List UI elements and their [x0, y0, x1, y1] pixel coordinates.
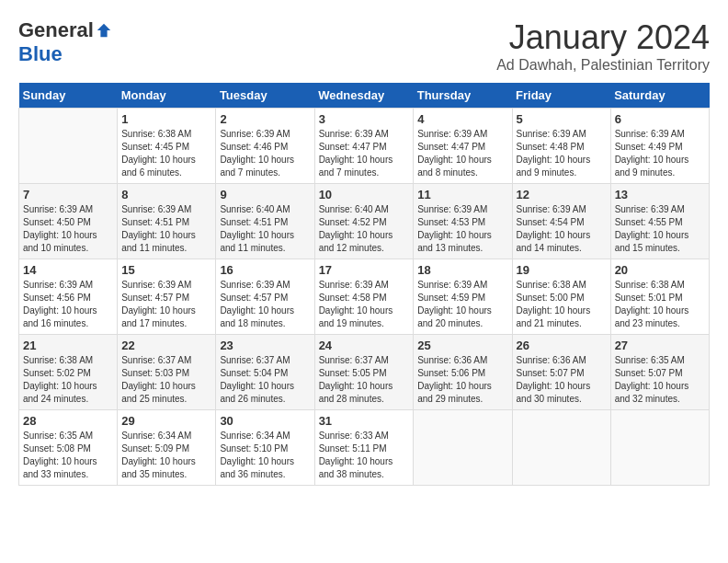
calendar-cell: 16Sunrise: 6:39 AMSunset: 4:57 PMDayligh… [216, 259, 314, 335]
day-info: Sunrise: 6:40 AMSunset: 4:51 PMDaylight:… [220, 203, 310, 255]
calendar-cell: 25Sunrise: 6:36 AMSunset: 5:06 PMDayligh… [414, 335, 512, 410]
logo-icon [96, 22, 112, 39]
day-info: Sunrise: 6:34 AMSunset: 5:09 PMDaylight:… [121, 430, 211, 481]
day-info: Sunrise: 6:33 AMSunset: 5:11 PMDaylight:… [319, 430, 410, 481]
day-info: Sunrise: 6:39 AMSunset: 4:56 PMDaylight:… [23, 279, 113, 330]
svg-marker-0 [97, 24, 110, 37]
calendar-week-row: 14Sunrise: 6:39 AMSunset: 4:56 PMDayligh… [19, 259, 710, 335]
day-info: Sunrise: 6:37 AMSunset: 5:03 PMDaylight:… [121, 354, 211, 406]
calendar-cell: 22Sunrise: 6:37 AMSunset: 5:03 PMDayligh… [118, 335, 216, 410]
calendar-cell: 26Sunrise: 6:36 AMSunset: 5:07 PMDayligh… [512, 335, 610, 410]
header-day: Tuesday [216, 83, 314, 109]
day-number: 23 [220, 339, 310, 352]
calendar-table: SundayMondayTuesdayWednesdayThursdayFrid… [18, 83, 710, 486]
calendar-week-row: 7Sunrise: 6:39 AMSunset: 4:50 PMDaylight… [19, 184, 710, 259]
header-day: Friday [512, 83, 610, 109]
day-number: 16 [220, 263, 310, 277]
day-info: Sunrise: 6:39 AMSunset: 4:59 PMDaylight:… [417, 279, 507, 330]
day-info: Sunrise: 6:39 AMSunset: 4:57 PMDaylight:… [121, 279, 211, 330]
calendar-cell: 11Sunrise: 6:39 AMSunset: 4:53 PMDayligh… [414, 184, 512, 259]
logo-general: General [18, 18, 94, 42]
calendar-cell: 7Sunrise: 6:39 AMSunset: 4:50 PMDaylight… [19, 184, 118, 259]
calendar-cell: 8Sunrise: 6:39 AMSunset: 4:51 PMDaylight… [118, 184, 216, 259]
day-number: 7 [23, 188, 113, 201]
day-number: 9 [220, 188, 310, 201]
calendar-cell: 30Sunrise: 6:34 AMSunset: 5:10 PMDayligh… [216, 410, 314, 486]
day-info: Sunrise: 6:39 AMSunset: 4:49 PMDaylight:… [615, 128, 705, 179]
calendar-cell: 19Sunrise: 6:38 AMSunset: 5:00 PMDayligh… [512, 259, 610, 335]
day-number: 25 [417, 339, 507, 352]
day-info: Sunrise: 6:34 AMSunset: 5:10 PMDaylight:… [220, 430, 310, 481]
calendar-cell: 2Sunrise: 6:39 AMSunset: 4:46 PMDaylight… [216, 109, 314, 184]
day-number: 12 [517, 188, 607, 201]
day-number: 21 [23, 339, 113, 352]
day-info: Sunrise: 6:37 AMSunset: 5:05 PMDaylight:… [319, 354, 410, 406]
calendar-cell: 27Sunrise: 6:35 AMSunset: 5:07 PMDayligh… [610, 335, 709, 410]
day-number: 26 [517, 339, 607, 352]
calendar-week-row: 1Sunrise: 6:38 AMSunset: 4:45 PMDaylight… [19, 109, 710, 184]
calendar-cell: 13Sunrise: 6:39 AMSunset: 4:55 PMDayligh… [610, 184, 709, 259]
header-row: SundayMondayTuesdayWednesdayThursdayFrid… [19, 83, 710, 109]
day-number: 31 [319, 414, 410, 428]
day-info: Sunrise: 6:38 AMSunset: 5:02 PMDaylight:… [23, 354, 113, 406]
day-number: 14 [23, 263, 113, 277]
day-number: 11 [417, 188, 507, 201]
calendar-week-row: 21Sunrise: 6:38 AMSunset: 5:02 PMDayligh… [19, 335, 710, 410]
calendar-cell: 31Sunrise: 6:33 AMSunset: 5:11 PMDayligh… [314, 410, 414, 486]
day-info: Sunrise: 6:36 AMSunset: 5:06 PMDaylight:… [417, 354, 507, 406]
day-info: Sunrise: 6:39 AMSunset: 4:57 PMDaylight:… [220, 279, 310, 330]
day-number: 4 [417, 112, 507, 126]
day-number: 20 [615, 263, 705, 277]
day-number: 18 [417, 263, 507, 277]
calendar-cell: 15Sunrise: 6:39 AMSunset: 4:57 PMDayligh… [118, 259, 216, 335]
calendar-cell: 12Sunrise: 6:39 AMSunset: 4:54 PMDayligh… [512, 184, 610, 259]
day-info: Sunrise: 6:35 AMSunset: 5:08 PMDaylight:… [23, 430, 113, 481]
day-info: Sunrise: 6:37 AMSunset: 5:04 PMDaylight:… [220, 354, 310, 406]
day-info: Sunrise: 6:39 AMSunset: 4:55 PMDaylight:… [615, 203, 705, 255]
month-title: January 2024 [496, 18, 710, 57]
day-info: Sunrise: 6:39 AMSunset: 4:51 PMDaylight:… [121, 203, 211, 255]
day-info: Sunrise: 6:39 AMSunset: 4:54 PMDaylight:… [517, 203, 607, 255]
day-number: 13 [615, 188, 705, 201]
day-info: Sunrise: 6:38 AMSunset: 5:01 PMDaylight:… [615, 279, 705, 330]
calendar-cell: 5Sunrise: 6:39 AMSunset: 4:48 PMDaylight… [512, 109, 610, 184]
calendar-cell: 10Sunrise: 6:40 AMSunset: 4:52 PMDayligh… [314, 184, 414, 259]
title-section: January 2024 Ad Dawhah, Palestinian Terr… [496, 18, 710, 74]
day-info: Sunrise: 6:39 AMSunset: 4:53 PMDaylight:… [417, 203, 507, 255]
day-number: 10 [319, 188, 410, 201]
day-number: 5 [517, 112, 607, 126]
day-info: Sunrise: 6:39 AMSunset: 4:50 PMDaylight:… [23, 203, 113, 255]
day-number: 28 [23, 414, 113, 428]
calendar-cell: 9Sunrise: 6:40 AMSunset: 4:51 PMDaylight… [216, 184, 314, 259]
calendar-cell: 20Sunrise: 6:38 AMSunset: 5:01 PMDayligh… [610, 259, 709, 335]
day-info: Sunrise: 6:36 AMSunset: 5:07 PMDaylight:… [517, 354, 607, 406]
day-number: 24 [319, 339, 410, 352]
header-day: Sunday [19, 83, 118, 109]
calendar-cell: 6Sunrise: 6:39 AMSunset: 4:49 PMDaylight… [610, 109, 709, 184]
day-number: 6 [615, 112, 705, 126]
day-number: 29 [121, 414, 211, 428]
day-info: Sunrise: 6:38 AMSunset: 5:00 PMDaylight:… [517, 279, 607, 330]
day-number: 17 [319, 263, 410, 277]
page-header: General Blue January 2024 Ad Dawhah, Pal… [18, 18, 710, 74]
calendar-cell: 3Sunrise: 6:39 AMSunset: 4:47 PMDaylight… [314, 109, 414, 184]
day-number: 8 [121, 188, 211, 201]
calendar-cell: 28Sunrise: 6:35 AMSunset: 5:08 PMDayligh… [19, 410, 118, 486]
day-number: 1 [121, 112, 211, 126]
day-info: Sunrise: 6:40 AMSunset: 4:52 PMDaylight:… [319, 203, 410, 255]
calendar-cell [414, 410, 512, 486]
day-info: Sunrise: 6:35 AMSunset: 5:07 PMDaylight:… [615, 354, 705, 406]
calendar-cell: 23Sunrise: 6:37 AMSunset: 5:04 PMDayligh… [216, 335, 314, 410]
day-number: 22 [121, 339, 211, 352]
logo-blue: Blue [18, 42, 63, 66]
calendar-cell: 29Sunrise: 6:34 AMSunset: 5:09 PMDayligh… [118, 410, 216, 486]
location-subtitle: Ad Dawhah, Palestinian Territory [496, 57, 710, 74]
calendar-cell [610, 410, 709, 486]
day-number: 19 [517, 263, 607, 277]
header-day: Monday [118, 83, 216, 109]
calendar-week-row: 28Sunrise: 6:35 AMSunset: 5:08 PMDayligh… [19, 410, 710, 486]
day-info: Sunrise: 6:38 AMSunset: 4:45 PMDaylight:… [121, 128, 211, 179]
day-number: 2 [220, 112, 310, 126]
calendar-cell [512, 410, 610, 486]
header-day: Saturday [610, 83, 709, 109]
